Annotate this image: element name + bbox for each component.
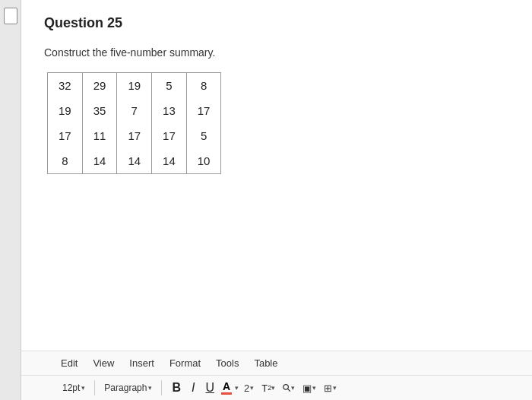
menu-tools[interactable]: Tools: [214, 356, 240, 370]
chevron-down-icon: ▾: [333, 384, 337, 392]
chevron-down-icon: ▾: [312, 384, 316, 392]
table-row: 171117175: [48, 123, 221, 148]
chevron-down-icon: ▾: [271, 384, 275, 392]
table-cell: 10: [186, 148, 221, 174]
chevron-down-icon: ▾: [81, 384, 85, 392]
font-color-button[interactable]: A: [221, 381, 232, 395]
table-cell: 13: [152, 98, 187, 123]
menu-edit[interactable]: Edit: [59, 356, 79, 370]
table-cell: 19: [48, 98, 83, 123]
separator-2: [161, 380, 162, 395]
table-cell: 17: [48, 123, 83, 148]
data-table: 32291958193571317171117175814141410: [47, 72, 221, 174]
indent-button[interactable]: 2 ▾: [242, 381, 256, 395]
more-icon: ⊞: [324, 383, 332, 394]
table-cell: 5: [186, 123, 221, 148]
table-cell: 14: [117, 148, 152, 174]
image-icon: ▣: [302, 383, 312, 394]
table-cell: 7: [117, 98, 152, 123]
table-cell: 17: [186, 98, 221, 123]
main-content: Question 25 Construct the five-number su…: [21, 0, 532, 400]
question-area: Question 25 Construct the five-number su…: [21, 0, 532, 351]
menu-insert[interactable]: Insert: [128, 356, 156, 370]
left-sidebar: [0, 0, 21, 400]
table-row: 32291958: [48, 73, 221, 99]
link-button[interactable]: ⚲ ▾: [280, 380, 297, 395]
table-cell: 35: [82, 98, 117, 123]
table-cell: 5: [152, 73, 187, 99]
table-cell: 29: [82, 73, 117, 99]
image-button[interactable]: ▣ ▾: [300, 381, 318, 395]
font-size-dropdown[interactable]: 12pt ▾: [59, 381, 88, 395]
table-cell: 32: [48, 73, 83, 99]
menu-view[interactable]: View: [91, 356, 116, 370]
menu-format[interactable]: Format: [168, 356, 202, 370]
format-toolbar: 12pt ▾ Paragraph ▾ B I U A ▾: [21, 376, 532, 400]
italic-button[interactable]: I: [188, 379, 198, 396]
link-icon: ⚲: [280, 381, 293, 395]
table-cell: 14: [82, 148, 117, 174]
menu-table[interactable]: Table: [252, 356, 279, 370]
font-color-chevron[interactable]: ▾: [235, 384, 239, 392]
table-cell: 17: [152, 123, 187, 148]
bold-button[interactable]: B: [168, 379, 185, 396]
table-cell: 17: [117, 123, 152, 148]
page-icon: [4, 8, 17, 24]
table-cell: 19: [117, 73, 152, 99]
underline-button[interactable]: U: [201, 379, 218, 396]
table-row: 193571317: [48, 98, 221, 123]
font-color-bar: [221, 392, 232, 395]
more-button[interactable]: ⊞ ▾: [321, 381, 339, 395]
table-cell: 8: [186, 73, 221, 99]
separator-1: [94, 380, 95, 395]
paragraph-dropdown[interactable]: Paragraph ▾: [101, 381, 155, 395]
table-cell: 11: [82, 123, 117, 148]
menu-bar: Edit View Insert Format Tools Table: [21, 351, 532, 376]
superscript-button[interactable]: T2 ▾: [259, 381, 277, 395]
table-cell: 14: [152, 148, 187, 174]
toolbar-area: Edit View Insert Format Tools Table 12pt…: [21, 351, 532, 400]
table-cell: 8: [48, 148, 83, 174]
question-text: Construct the five-number summary.: [44, 46, 509, 59]
question-title: Question 25: [44, 15, 509, 31]
table-row: 814141410: [48, 148, 221, 174]
chevron-down-icon: ▾: [148, 384, 152, 392]
chevron-down-icon: ▾: [250, 384, 254, 392]
